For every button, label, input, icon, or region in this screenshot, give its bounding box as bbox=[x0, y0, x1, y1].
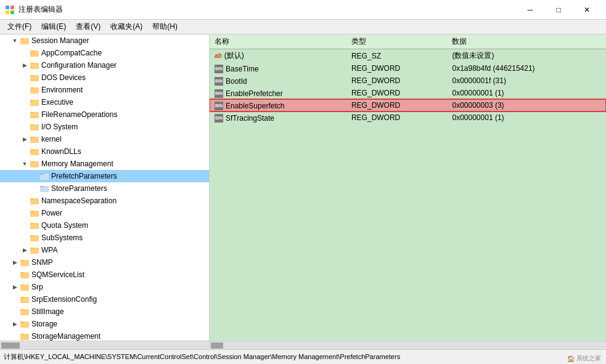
right-hscroll-thumb[interactable] bbox=[211, 342, 223, 349]
tree-label-filerename: FileRenameOperations bbox=[41, 110, 117, 119]
tree-item-srp-extension[interactable]: SrpExtensionConfig bbox=[0, 293, 209, 305]
registry-table: 名称 类型 数据 ab (默认) REG_SZ bbox=[210, 34, 606, 124]
tree-item-namespace[interactable]: NamespaceSeparation bbox=[0, 195, 209, 207]
expand-kernel[interactable]: ▶ bbox=[20, 134, 30, 144]
minimize-button[interactable]: ─ bbox=[516, 0, 544, 20]
window-controls: ─ □ ✕ bbox=[516, 0, 601, 20]
tree-item-storage[interactable]: ▶ Storage bbox=[0, 318, 209, 330]
svg-rect-29 bbox=[40, 186, 44, 187]
tree-item-config-manager[interactable]: ▶ Configuration Manager bbox=[0, 59, 209, 71]
svg-rect-0 bbox=[6, 6, 9, 9]
table-row[interactable]: ab (默认) REG_SZ (数值未设置) bbox=[210, 49, 606, 63]
expand-srp[interactable]: ▶ bbox=[10, 282, 20, 292]
tree-scroll[interactable]: ▼ Session Manager AppCompatCache ▶ bbox=[0, 34, 209, 341]
tree-label-environment: Environment bbox=[41, 86, 83, 94]
expand-config-manager[interactable]: ▶ bbox=[20, 60, 30, 70]
tree-item-power[interactable]: Power bbox=[0, 207, 209, 219]
close-button[interactable]: ✕ bbox=[573, 0, 601, 20]
tree-item-quota[interactable]: Quota System bbox=[0, 219, 209, 232]
svg-rect-21 bbox=[30, 137, 34, 138]
cell-data: 0x1a98b4fd (446215421) bbox=[447, 62, 606, 75]
svg-rect-9 bbox=[30, 63, 34, 64]
tree-item-subsystems[interactable]: SubSystems bbox=[0, 232, 209, 244]
tree-label-prefetch: PrefetchParameters bbox=[51, 172, 117, 180]
tree-item-srp[interactable]: ▶ Srp bbox=[0, 281, 209, 293]
svg-rect-31 bbox=[30, 198, 34, 200]
cell-name: BIN BootId bbox=[210, 75, 346, 87]
tree-item-memory-management[interactable]: ▼ Memory Management bbox=[0, 158, 209, 170]
menu-help[interactable]: 帮助(H) bbox=[147, 20, 182, 33]
folder-icon-storage-management bbox=[20, 331, 30, 341]
folder-icon-still-image bbox=[20, 307, 30, 317]
tree-label-power: Power bbox=[41, 209, 62, 217]
menu-file[interactable]: 文件(F) bbox=[2, 20, 36, 33]
col-data: 数据 bbox=[447, 34, 606, 49]
tree-item-appcompat[interactable]: AppCompatCache bbox=[0, 47, 209, 59]
svg-rect-3 bbox=[10, 10, 14, 14]
dword-icon: BIN bbox=[215, 89, 223, 98]
cell-data: 0x00000001 (1) bbox=[447, 87, 606, 99]
tree-item-prefetch-parameters[interactable]: PrefetchParameters bbox=[0, 170, 209, 182]
folder-icon-subsystems bbox=[30, 233, 39, 243]
folder-icon-memory-management bbox=[30, 159, 39, 169]
tree-item-knowndlls[interactable]: KnownDLLs bbox=[0, 145, 209, 158]
dword-icon: BIN bbox=[215, 114, 223, 123]
menu-view[interactable]: 查看(V) bbox=[71, 20, 105, 33]
main-content: ▼ Session Manager AppCompatCache ▶ bbox=[0, 34, 606, 349]
svg-rect-1 bbox=[10, 6, 14, 9]
tree-pane: ▼ Session Manager AppCompatCache ▶ bbox=[0, 34, 210, 349]
tree-label-kernel: kernel bbox=[41, 135, 62, 144]
svg-rect-51 bbox=[20, 322, 24, 323]
folder-icon-power bbox=[30, 208, 39, 218]
tree-item-session-manager[interactable]: ▼ Session Manager bbox=[0, 34, 209, 47]
table-row[interactable]: BIN BaseTime REG_DWORD 0x1a98b4fd (44621… bbox=[210, 62, 606, 75]
tree-item-filerename[interactable]: FileRenameOperations bbox=[0, 108, 209, 121]
tree-item-snmp[interactable]: ▶ SNMP bbox=[0, 256, 209, 269]
expand-snmp[interactable]: ▶ bbox=[10, 257, 20, 267]
cell-type: REG_DWORD bbox=[346, 75, 448, 87]
tree-hscroll[interactable] bbox=[0, 341, 209, 349]
expand-storage[interactable]: ▶ bbox=[10, 319, 20, 329]
svg-rect-15 bbox=[30, 100, 34, 101]
tree-item-io-system[interactable]: I/O System bbox=[0, 121, 209, 133]
tree-hscroll-thumb[interactable] bbox=[1, 342, 20, 349]
tree-item-dos-devices[interactable]: DOS Devices bbox=[0, 71, 209, 84]
tree-item-kernel[interactable]: ▶ kernel bbox=[0, 133, 209, 145]
table-row[interactable]: BIN EnablePrefetcher REG_DWORD 0x0000000… bbox=[210, 87, 606, 99]
table-row-selected[interactable]: BIN EnableSuperfetch REG_DWORD 0x0000000… bbox=[210, 99, 606, 111]
dword-icon: BIN bbox=[215, 77, 223, 86]
tree-item-sqm[interactable]: SQMServiceList bbox=[0, 269, 209, 281]
tree-item-still-image[interactable]: StillImage bbox=[0, 305, 209, 318]
tree-label-sqm: SQMServiceList bbox=[31, 270, 84, 279]
tree-item-executive[interactable]: Executive bbox=[0, 96, 209, 108]
expand-session-manager[interactable]: ▼ bbox=[10, 36, 20, 46]
table-row[interactable]: BIN BootId REG_DWORD 0x0000001f (31) bbox=[210, 75, 606, 87]
menu-edit[interactable]: 编辑(E) bbox=[36, 20, 71, 33]
table-row[interactable]: BIN SfTracingState REG_DWORD 0x00000001 … bbox=[210, 111, 606, 124]
registry-table-container[interactable]: 名称 类型 数据 ab (默认) REG_SZ bbox=[210, 34, 606, 341]
menu-favorites[interactable]: 收藏夹(A) bbox=[105, 20, 147, 33]
tree-item-store-parameters[interactable]: StoreParameters bbox=[0, 182, 209, 195]
app-icon bbox=[5, 5, 15, 15]
svg-rect-11 bbox=[30, 75, 34, 76]
status-path: 计算机\HKEY_LOCAL_MACHINE\SYSTEM\CurrentCon… bbox=[4, 352, 400, 362]
folder-icon-sqm bbox=[20, 270, 30, 280]
svg-rect-49 bbox=[20, 309, 24, 310]
tree-label-io-system: I/O System bbox=[41, 123, 78, 131]
svg-rect-25 bbox=[30, 161, 34, 163]
tree-item-storage-management[interactable]: StorageManagement bbox=[0, 330, 209, 341]
svg-rect-53 bbox=[20, 334, 24, 335]
svg-rect-23 bbox=[30, 149, 34, 150]
svg-rect-47 bbox=[20, 297, 24, 298]
folder-icon-executive bbox=[30, 97, 39, 107]
dword-icon: BIN bbox=[215, 65, 223, 73]
expand-memory-management[interactable]: ▼ bbox=[20, 159, 30, 169]
right-hscroll[interactable] bbox=[210, 341, 606, 349]
tree-label-session-manager: Session Manager bbox=[31, 36, 89, 45]
cell-type: REG_SZ bbox=[346, 49, 448, 63]
tree-item-environment[interactable]: Environment bbox=[0, 84, 209, 96]
svg-rect-43 bbox=[20, 272, 24, 273]
expand-wpa[interactable]: ▶ bbox=[20, 245, 30, 255]
tree-item-wpa[interactable]: ▶ WPA bbox=[0, 244, 209, 256]
maximize-button[interactable]: □ bbox=[544, 0, 573, 20]
